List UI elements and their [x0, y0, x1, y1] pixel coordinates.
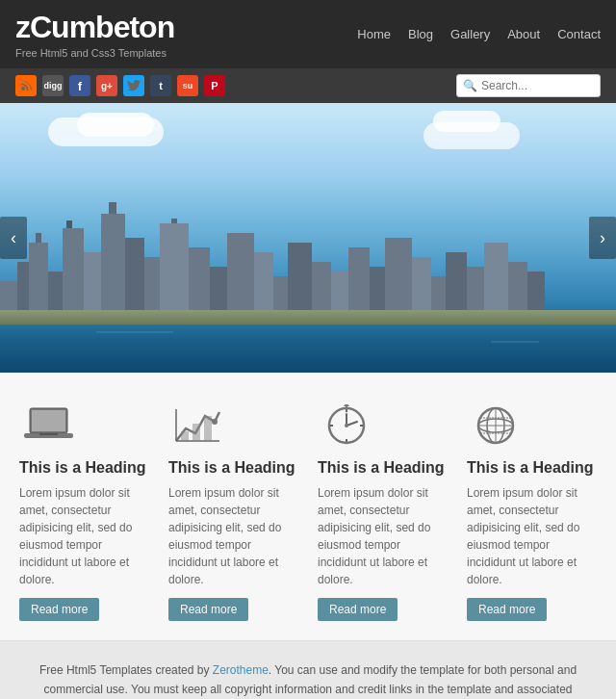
feature-3-heading: This is a Heading: [318, 459, 445, 477]
feature-2-text: Lorem ipsum dolor sit amet, consectetur …: [168, 484, 298, 588]
feature-card-2: This is a Heading Lorem ipsum dolor sit …: [168, 401, 298, 621]
feature-3-text: Lorem ipsum dolor sit amet, consectetur …: [318, 484, 448, 588]
social-icons: digg f g+ t su P: [15, 75, 225, 96]
nav-home[interactable]: Home: [357, 27, 391, 41]
feature-4-heading: This is a Heading: [467, 459, 594, 477]
feature-1-text: Lorem ipsum dolor sit amet, consectetur …: [19, 484, 149, 588]
svg-rect-10: [204, 416, 212, 441]
main-nav: Home Blog Gallery About Contact: [357, 27, 601, 41]
slider-prev-button[interactable]: ‹: [0, 217, 27, 259]
feature-card-1: This is a Heading Lorem ipsum dolor sit …: [19, 401, 149, 621]
search-box[interactable]: 🔍: [456, 74, 601, 97]
logo-title: zCumbeton: [15, 10, 174, 45]
feature-1-read-more[interactable]: Read more: [19, 598, 99, 621]
nav-contact[interactable]: Contact: [557, 27, 601, 41]
hero-slider: ‹ ›: [0, 103, 616, 373]
rss-icon[interactable]: [15, 75, 37, 96]
feature-2-heading: This is a Heading: [168, 459, 295, 477]
feature-card-4: This is a Heading Lorem ipsum dolor sit …: [467, 401, 597, 621]
logo-area: zCumbeton Free Html5 and Css3 Templates: [15, 10, 174, 59]
feature-card-3: This is a Heading Lorem ipsum dolor sit …: [318, 401, 448, 621]
feature-4-text: Lorem ipsum dolor sit amet, consectetur …: [467, 484, 597, 588]
svg-point-0: [21, 87, 25, 91]
footer: Free Html5 Templates created by Zerothem…: [0, 640, 616, 699]
zerotheme-link[interactable]: Zerotheme: [213, 663, 269, 677]
footer-text-before: Free Html5 Templates created by: [39, 663, 213, 677]
svg-rect-4: [39, 433, 58, 435]
clock-icon: [318, 401, 375, 450]
feature-1-heading: This is a Heading: [19, 459, 146, 477]
feature-3-read-more[interactable]: Read more: [318, 598, 398, 621]
laptop-icon: [19, 401, 77, 450]
svg-point-14: [345, 424, 348, 427]
nav-gallery[interactable]: Gallery: [450, 27, 490, 41]
slider-next-button[interactable]: ›: [589, 217, 616, 259]
chart-icon: [168, 401, 226, 450]
svg-rect-2: [32, 410, 65, 431]
pinterest-icon[interactable]: P: [204, 75, 225, 96]
facebook-icon[interactable]: f: [69, 75, 90, 96]
slider-image: [0, 103, 616, 373]
nav-about[interactable]: About: [507, 27, 540, 41]
features-section: This is a Heading Lorem ipsum dolor sit …: [0, 373, 616, 640]
search-input[interactable]: [481, 79, 597, 92]
search-icon: 🔍: [463, 79, 477, 92]
logo-subtitle: Free Html5 and Css3 Templates: [15, 47, 174, 59]
svg-rect-8: [181, 431, 189, 441]
nav-blog[interactable]: Blog: [408, 27, 433, 41]
stumbleupon-icon[interactable]: su: [177, 75, 198, 96]
social-bar: digg f g+ t su P 🔍: [0, 68, 616, 103]
feature-4-read-more[interactable]: Read more: [467, 598, 547, 621]
twitter-icon[interactable]: [123, 75, 144, 96]
tumblr-icon[interactable]: t: [150, 75, 171, 96]
header: zCumbeton Free Html5 and Css3 Templates …: [0, 0, 616, 68]
svg-point-5: [212, 419, 218, 425]
digg-icon[interactable]: digg: [42, 75, 64, 96]
feature-2-read-more[interactable]: Read more: [168, 598, 248, 621]
globe-icon: [467, 401, 525, 450]
googleplus-icon[interactable]: g+: [96, 75, 117, 96]
svg-rect-9: [192, 424, 200, 441]
